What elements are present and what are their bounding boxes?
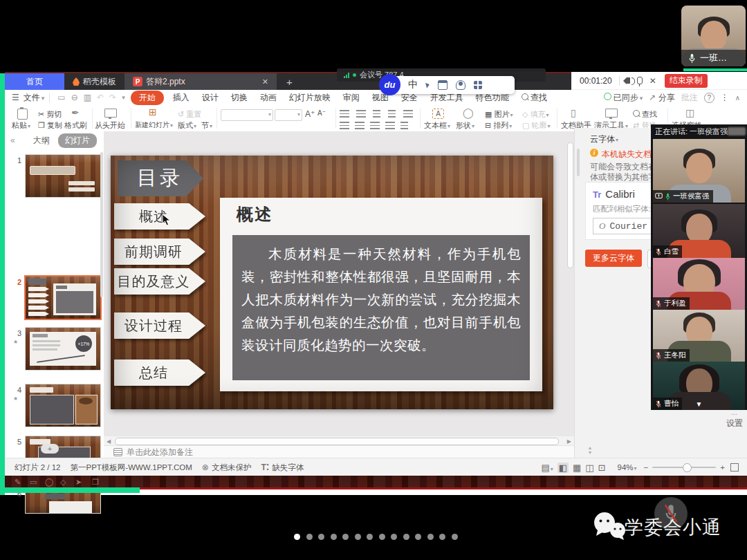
menu-tab-review[interactable]: 审阅 (337, 91, 366, 105)
increase-font-button[interactable]: A⁺ (305, 109, 315, 119)
slides-tab[interactable]: 幻灯片 (58, 133, 97, 148)
zoom-out-icon[interactable]: − (644, 463, 649, 472)
menu-tab-transition[interactable]: 切换 (225, 91, 254, 105)
horizontal-scrollbar[interactable]: ◀ ▶ (104, 436, 574, 446)
font-name-combobox[interactable] (221, 109, 273, 121)
file-menu[interactable]: 文件 (24, 92, 45, 104)
slide-sorter-icon[interactable]: ▦ (573, 463, 581, 473)
collapse-panel-icon[interactable]: « (10, 136, 15, 145)
decrease-font-button[interactable]: A⁻ (317, 109, 326, 117)
section-button[interactable]: 节 (201, 120, 212, 131)
shapes-button[interactable]: 形状 (456, 120, 474, 131)
mic-icon[interactable] (637, 77, 643, 84)
menu-find[interactable]: 查找 (515, 91, 553, 105)
menu-tab-insert[interactable]: 插入 (167, 91, 196, 105)
fit-slide-icon[interactable] (730, 463, 739, 472)
fill-button[interactable]: ◇ 填充 (522, 109, 549, 120)
ime-menu-grid-icon[interactable] (474, 81, 482, 89)
collapse-ribbon-icon[interactable]: ∧ (735, 94, 740, 102)
slide-thumbnail-3[interactable]: +17% (26, 328, 100, 370)
slide-canvas[interactable]: 目录 概述 前期调研 目的及意义 设计过程 总结 概述 木质材料是一种天然材料，… (111, 156, 553, 409)
participant-video-5[interactable]: 曹怡 (653, 362, 745, 410)
font-panel-title[interactable]: 云字体 (590, 133, 618, 145)
doc-protect-status[interactable]: ⊗文档未保护 (202, 463, 252, 473)
numbering-icon[interactable] (356, 110, 366, 118)
ime-account-icon[interactable] (456, 80, 465, 90)
align-right-icon[interactable] (370, 122, 380, 129)
increase-indent-icon[interactable] (388, 110, 396, 118)
menu-tab-slideshow[interactable]: 幻灯片放映 (283, 91, 337, 105)
help-icon[interactable]: ? (704, 93, 714, 103)
tab-docer-templates[interactable]: 稻壳模板 (64, 73, 124, 90)
baidu-ime-logo[interactable]: du (379, 74, 400, 95)
close-tab-icon[interactable] (262, 77, 268, 86)
menu-tab-home[interactable]: 开始 (131, 91, 164, 105)
preview-icon[interactable]: ▥ (84, 93, 91, 102)
ime-cursor-icon[interactable] (425, 82, 430, 88)
annotate-pointer-icon[interactable]: ➤ (75, 478, 82, 487)
outline-tab[interactable]: 大纲 (33, 135, 50, 147)
participant-video-1[interactable]: 一班侯富强 (653, 139, 745, 203)
outline-button[interactable]: ▢ 轮廓 (522, 120, 550, 131)
scroll-right-icon[interactable]: ▶ (567, 438, 571, 445)
annotate-screen-icon[interactable]: ❐ (92, 478, 99, 487)
paste-button[interactable]: 粘贴 (12, 120, 30, 131)
ime-calendar-icon[interactable] (438, 80, 448, 90)
redo-icon[interactable]: ↷ (109, 93, 116, 102)
hamburger-icon[interactable] (12, 93, 19, 102)
scroll-participants-icon[interactable] (696, 400, 703, 408)
slide-thumbnail-2-selected[interactable] (26, 277, 100, 319)
reset-button[interactable]: ↺ 重置 (178, 109, 201, 120)
share-button[interactable]: ↗ 分享 (649, 92, 674, 104)
settings-button[interactable]: ⋯设置 (726, 411, 743, 429)
new-tab-button[interactable] (277, 76, 302, 88)
zoom-level[interactable]: 94% (618, 463, 637, 472)
end-recording-button[interactable]: 结束录制 (665, 74, 708, 88)
comment-button[interactable]: 批注 (681, 92, 698, 104)
ime-toolbar[interactable]: du 中 (382, 76, 515, 94)
slide-thumbnail-4[interactable] (26, 384, 100, 427)
layout-button[interactable]: 版式 (178, 120, 196, 131)
participant-video-4[interactable]: 王冬阳 (653, 310, 745, 362)
annotate-pen-icon[interactable]: ✎ (15, 478, 21, 487)
menu-tab-animation[interactable]: 动画 (254, 91, 283, 105)
ribbon-find-button[interactable]: 查找 (633, 109, 657, 120)
from-beginning-button[interactable]: 从头开始 (95, 120, 125, 131)
more-menu-icon[interactable]: ⋮ (721, 93, 729, 102)
hscroll-thumb[interactable] (115, 438, 559, 445)
align-center-icon[interactable] (355, 122, 365, 129)
save-icon[interactable]: ▭ (57, 93, 65, 102)
zoom-slider[interactable] (652, 467, 716, 468)
annotate-ellipse-icon[interactable]: ◯ (45, 478, 53, 487)
decrease-indent-icon[interactable] (373, 110, 380, 118)
bullets-icon[interactable] (340, 110, 349, 118)
ime-mode-toggle[interactable]: 中 (408, 79, 418, 91)
participant-video-2[interactable]: 白雪 (653, 204, 745, 258)
sync-status[interactable]: 已同步 (604, 92, 643, 104)
menu-tab-design[interactable]: 设计 (196, 91, 225, 105)
format-painter-button[interactable]: 格式刷 (64, 120, 87, 131)
speaker-icon[interactable] (627, 77, 630, 84)
vertical-scrollbar[interactable] (567, 142, 573, 268)
slide-thumbnail-1[interactable] (26, 155, 100, 197)
picture-button[interactable]: ▦ 图片 (485, 109, 513, 120)
annotate-rect-icon[interactable]: ▭ (30, 478, 37, 487)
slideshow-view-icon[interactable]: ⊡ (598, 463, 606, 473)
panel-scrollbar[interactable] (100, 152, 103, 297)
tab-home[interactable]: 首页 (5, 73, 64, 90)
reading-view-icon[interactable]: ◫ (585, 463, 593, 473)
more-commands-icon[interactable]: ▾ (122, 94, 125, 101)
new-slide-button[interactable]: 新建幻灯片 (135, 120, 173, 130)
notes-toggle-icon[interactable]: ▤ (541, 463, 553, 473)
close-recording-icon[interactable] (649, 76, 656, 86)
scroll-left-icon[interactable]: ◀ (107, 438, 111, 445)
normal-view-icon[interactable]: ◧ (557, 463, 569, 473)
zoom-in-icon[interactable]: + (720, 463, 725, 472)
copy-button[interactable]: ❐ 复制 (38, 120, 62, 131)
zoom-slider-knob[interactable] (683, 463, 692, 472)
cut-button[interactable]: ✂ 剪切 (38, 109, 62, 120)
floating-self-video[interactable]: 一班… (681, 6, 746, 66)
font-size-combobox[interactable] (275, 109, 302, 121)
notes-bar[interactable]: 单击此处添加备注 (104, 445, 574, 458)
text-direction-icon[interactable] (403, 110, 413, 118)
